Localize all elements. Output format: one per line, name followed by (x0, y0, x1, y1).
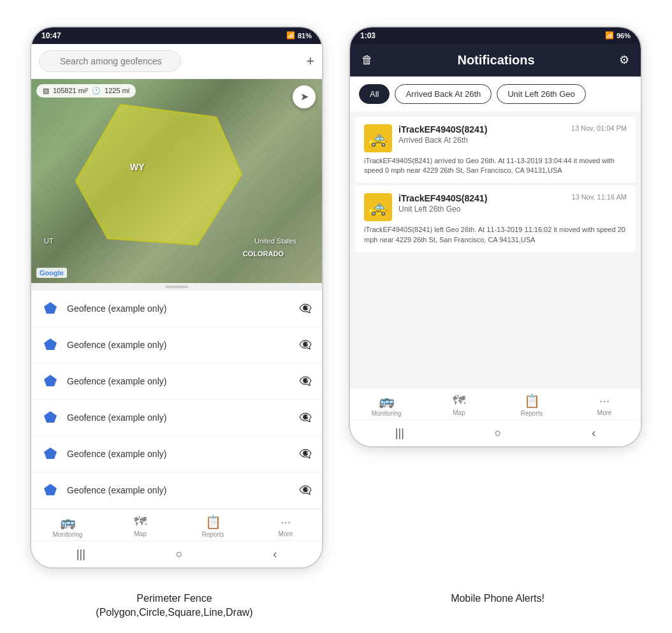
notif-title-row-1: iTrackEF4940S(8241) 13 Nov, 11:16 AM (398, 193, 627, 203)
list-item[interactable]: Geofence (example only) 👁‍🗨 (31, 436, 322, 472)
geofence-icon-2 (41, 372, 59, 390)
status-bar-left: 10:47 📶 81% (31, 27, 322, 44)
status-icons-right: 📶 96% (605, 31, 631, 40)
reports-icon-left: 📋 (205, 514, 221, 530)
eye-icon-2[interactable]: 👁‍🗨 (299, 375, 312, 387)
add-geofence-button[interactable]: + (306, 53, 314, 69)
caption-area: Perimeter Fence(Polygon,Circle,Square,Li… (0, 581, 672, 620)
notif-body-0: iTrackEF4940S(8241) arrived to Geo 26th.… (364, 156, 627, 176)
geofence-label-0: Geofence (example only) (67, 303, 291, 314)
map-label-us: United States (254, 237, 296, 245)
filter-arrived-chip[interactable]: Arrived Back At 26th (395, 84, 492, 104)
nav-more-right[interactable]: ··· More (585, 393, 624, 417)
geofence-icon-3 (41, 409, 59, 426)
eye-icon-0[interactable]: 👁‍🗨 (299, 302, 312, 314)
notif-device-0: iTrackEF4940S(8241) (398, 124, 487, 135)
android-menu-left[interactable]: ||| (77, 548, 85, 561)
wifi-icon: 📶 (286, 31, 295, 40)
nav-more-left[interactable]: ··· More (267, 514, 305, 538)
android-back-left[interactable]: ‹ (273, 548, 277, 561)
nav-more-label-left: More (279, 530, 293, 537)
nav-reports-left[interactable]: 📋 Reports (194, 514, 232, 538)
notification-card-1[interactable]: 🚕 iTrackEF4940S(8241) 13 Nov, 11:16 AM U… (355, 186, 636, 252)
left-caption: Perimeter Fence(Polygon,Circle,Square,Li… (28, 592, 321, 620)
android-home-right[interactable]: ○ (495, 426, 502, 440)
svg-marker-1 (44, 302, 57, 314)
reports-icon-right: 📋 (524, 393, 540, 409)
nav-map-label-right: Map (453, 409, 465, 416)
bottom-nav-left: 🚌 Monitoring 🗺 Map 📋 Reports ··· More (31, 509, 322, 541)
map-label-colorado: COLORADO (243, 250, 284, 258)
svg-marker-2 (44, 338, 57, 350)
notifications-title: Notifications (373, 53, 619, 68)
notif-title-row-0: iTrackEF4940S(8241) 13 Nov, 01:04 PM (398, 124, 627, 135)
clock-icon: 🕐 (92, 87, 101, 95)
map-area-stat: 105821 mi² (53, 87, 88, 94)
map-icon-right: 🗺 (453, 393, 465, 408)
google-logo: Google (36, 268, 67, 278)
filter-left-chip[interactable]: Unit Left 26th Geo (497, 84, 586, 104)
filter-arrived-label: Arrived Back At 26th (405, 89, 481, 99)
svg-marker-3 (44, 375, 57, 386)
status-icons-left: 📶 81% (286, 31, 312, 40)
eye-icon-5[interactable]: 👁‍🗨 (299, 484, 312, 496)
notif-card-header-0: 🚕 iTrackEF4940S(8241) 13 Nov, 01:04 PM A… (364, 124, 627, 152)
geofence-list: Geofence (example only) 👁‍🗨 Geofence (ex… (31, 291, 322, 509)
notif-event-0: Arrived Back At 26th (398, 136, 627, 145)
battery-right: 96% (617, 32, 631, 40)
notification-card-0[interactable]: 🚕 iTrackEF4940S(8241) 13 Nov, 01:04 PM A… (355, 117, 636, 184)
nav-reports-right[interactable]: 📋 Reports (513, 393, 551, 417)
nav-monitoring-left[interactable]: 🚌 Monitoring (48, 514, 87, 538)
geofence-icon-1 (41, 336, 59, 354)
nav-map-right[interactable]: 🗺 Map (440, 393, 478, 417)
list-item[interactable]: Geofence (example only) 👁‍🗨 (31, 327, 322, 363)
nav-map-label-left: Map (134, 530, 146, 537)
eye-icon-1[interactable]: 👁‍🗨 (299, 338, 312, 351)
android-home-left[interactable]: ○ (176, 548, 183, 561)
settings-icon[interactable]: ⚙ (619, 53, 629, 67)
filter-row: All Arrived Back At 26th Unit Left 26th … (350, 76, 641, 112)
nav-reports-label-right: Reports (520, 410, 543, 417)
geofence-label-1: Geofence (example only) (67, 340, 291, 350)
notif-body-1: iTrackEF4940S(8241) left Geo 26th. At 11… (364, 225, 627, 245)
status-bar-right: 1:03 📶 96% (350, 27, 641, 44)
list-item[interactable]: Geofence (example only) 👁‍🗨 (31, 363, 322, 400)
more-icon-left: ··· (281, 514, 291, 529)
list-item[interactable]: Geofence (example only) 👁‍🗨 (31, 400, 322, 436)
search-bar: 🔍 + (31, 44, 322, 79)
list-item[interactable]: Geofence (example only) 👁‍🗨 (31, 291, 322, 327)
nav-monitoring-right[interactable]: 🚌 Monitoring (367, 393, 405, 417)
eye-icon-4[interactable]: 👁‍🗨 (299, 447, 312, 460)
time-right: 1:03 (360, 31, 376, 40)
list-item[interactable]: Geofence (example only) 👁‍🗨 (31, 472, 322, 509)
map-stats: ▨ 105821 mi² 🕐 1225 mi (36, 84, 136, 98)
delete-icon[interactable]: 🗑 (362, 54, 373, 67)
android-back-right[interactable]: ‹ (592, 426, 595, 440)
bottom-nav-right: 🚌 Monitoring 🗺 Map 📋 Reports ··· More (350, 388, 641, 419)
notification-list: 🚕 iTrackEF4940S(8241) 13 Nov, 01:04 PM A… (350, 112, 641, 261)
geofence-icon-4 (41, 445, 59, 463)
map-area: ▨ 105821 mi² 🕐 1225 mi ➤ WY United State… (31, 79, 322, 283)
more-icon-right: ··· (599, 393, 610, 408)
notifications-header: 🗑 Notifications ⚙ (350, 44, 641, 76)
right-phone: 1:03 📶 96% 🗑 Notifications ⚙ All Arrived… (349, 26, 642, 448)
android-menu-right[interactable]: ||| (395, 426, 404, 440)
svg-marker-4 (44, 411, 57, 423)
car-icon-1: 🚕 (364, 193, 392, 221)
filter-all-chip[interactable]: All (359, 84, 390, 104)
map-label-ut: UT (44, 237, 54, 245)
notif-info-0: iTrackEF4940S(8241) 13 Nov, 01:04 PM Arr… (398, 124, 627, 149)
map-label-wy: WY (130, 162, 145, 172)
scroll-indicator (31, 283, 322, 291)
notif-time-0: 13 Nov, 01:04 PM (571, 124, 627, 132)
nav-map-left[interactable]: 🗺 Map (121, 514, 159, 538)
left-phone: 10:47 📶 81% 🔍 + ▨ 105821 mi² (30, 26, 323, 569)
search-input[interactable] (39, 50, 181, 72)
compass-button[interactable]: ➤ (293, 85, 316, 108)
notif-card-header-1: 🚕 iTrackEF4940S(8241) 13 Nov, 11:16 AM U… (364, 193, 627, 221)
filter-left-label: Unit Left 26th Geo (508, 89, 575, 99)
android-nav-left: ||| ○ ‹ (31, 541, 322, 567)
notif-time-1: 13 Nov, 11:16 AM (571, 193, 627, 201)
left-caption-text: Perimeter Fence(Polygon,Circle,Square,Li… (96, 593, 252, 618)
eye-icon-3[interactable]: 👁‍🗨 (299, 411, 312, 423)
